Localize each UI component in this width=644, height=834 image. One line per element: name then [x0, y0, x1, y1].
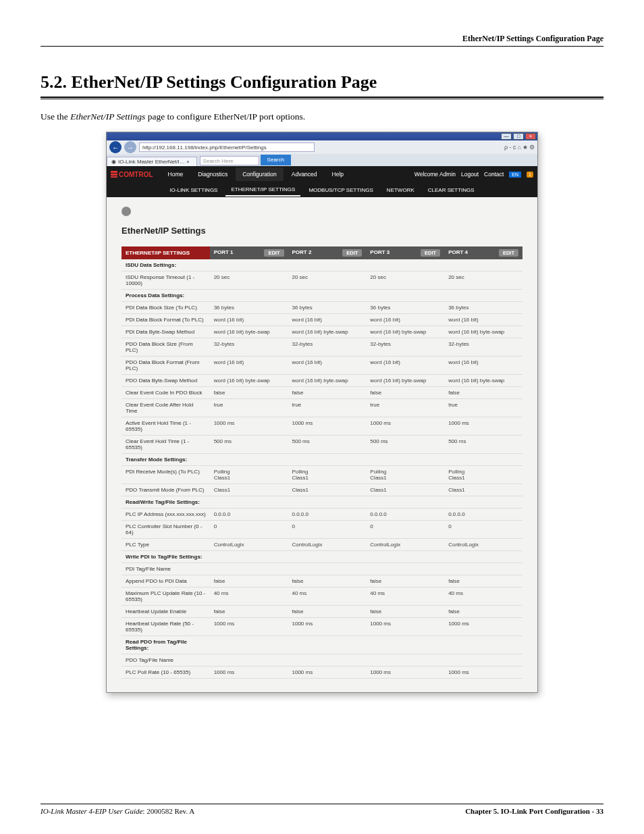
- empty-cell: [288, 636, 367, 654]
- nav-item-configuration[interactable]: Configuration: [236, 167, 284, 181]
- value-cell: [288, 654, 367, 667]
- port-4-edit-button[interactable]: EDIT: [499, 249, 518, 257]
- value-cell: false: [444, 575, 522, 588]
- contact-link[interactable]: Contact: [484, 171, 504, 178]
- addr-icons: ρ - c ⌂ ★ ⚙: [504, 144, 535, 151]
- value-cell: word (16 bit): [366, 314, 444, 326]
- value-cell: false: [288, 606, 367, 618]
- tab-favicon: ◉: [111, 159, 116, 165]
- value-cell: false: [210, 575, 288, 588]
- table-row: PLC TypeControlLogixControlLogixControlL…: [122, 539, 522, 551]
- value-cell: Class1: [288, 484, 367, 496]
- nav-item-help[interactable]: Help: [325, 167, 350, 181]
- value-cell: 1000 ms: [210, 667, 288, 679]
- star-icon[interactable]: ★: [522, 144, 528, 151]
- subnav-item[interactable]: MODBUS/TCP SETTINGS: [303, 184, 378, 196]
- value-cell: false: [444, 606, 522, 618]
- value-cell: 500 ms: [288, 436, 367, 454]
- row-label: Clear Event Hold Time (1 - 65535): [122, 436, 210, 454]
- table-corner-header: ETHERNET/IP SETTINGS: [122, 246, 210, 259]
- search-button[interactable]: Search: [261, 155, 291, 165]
- empty-cell: [444, 290, 522, 302]
- value-cell: Polling Class1: [444, 466, 522, 484]
- nav-forward-button[interactable]: →: [124, 141, 136, 153]
- value-cell: [210, 654, 288, 667]
- row-label: PLC Poll Rate (10 - 65535): [122, 667, 210, 679]
- row-label: ISDU Response Timeout (1 - 10000): [122, 271, 210, 290]
- value-cell: 40 ms: [366, 588, 444, 606]
- table-row: PDI Tag/File Name: [122, 563, 522, 575]
- window-close-button[interactable]: ×: [525, 133, 536, 140]
- port-2-edit-button[interactable]: EDIT: [342, 249, 362, 257]
- empty-cell: [366, 636, 444, 654]
- value-cell: Class1: [366, 484, 444, 496]
- row-label: Active Event Hold Time (1 - 65535): [122, 417, 210, 436]
- value-cell: word (16 bit): [288, 314, 367, 326]
- section-title: 5.2. EtherNet/IP Settings Configuration …: [41, 72, 603, 93]
- table-row: PDO Tag/File Name: [122, 654, 522, 667]
- tab-label: IO-Link Master EtherNet/I… ×: [118, 159, 190, 165]
- value-cell: 1000 ms: [210, 417, 288, 436]
- window-titlebar: — □ ×: [107, 132, 537, 140]
- nav-back-button[interactable]: ←: [109, 141, 122, 153]
- table-row: PDI Data Byte-Swap Methodword (16 bit) b…: [122, 326, 522, 338]
- table-row: Clear Event Code In PDO Blockfalsefalsef…: [122, 387, 522, 399]
- nav-item-home[interactable]: Home: [161, 167, 190, 181]
- brand-text: COMTROL: [119, 171, 153, 178]
- footer-right: Chapter 5. IO-Link Port Configuration - …: [465, 807, 603, 815]
- port-3-edit-button[interactable]: EDIT: [421, 249, 440, 257]
- table-row: Maximum PLC Update Rate (10 - 65535)40 m…: [122, 588, 522, 606]
- gear-icon[interactable]: ⚙: [529, 144, 535, 151]
- empty-cell: [210, 496, 288, 509]
- search-input[interactable]: Search Here: [200, 156, 259, 165]
- value-cell: 36 bytes: [444, 302, 522, 314]
- row-label: Heartbeat Update Rate (50 - 65535): [122, 618, 210, 636]
- empty-cell: [366, 496, 444, 509]
- value-cell: word (16 bit): [444, 357, 522, 375]
- subnav-item[interactable]: NETWORK: [381, 184, 420, 196]
- value-cell: word (16 bit) byte-swap: [444, 326, 522, 338]
- port-1-label: PORT 1: [214, 249, 234, 255]
- value-cell: 32-bytes: [366, 338, 444, 357]
- home-icon[interactable]: ⌂: [518, 144, 521, 151]
- table-row: Read PDO from Tag/File Settings:: [122, 636, 522, 654]
- page-body: COMTROL HomeDiagnosticsConfigurationAdva…: [107, 166, 537, 692]
- value-cell: 36 bytes: [210, 302, 288, 314]
- nav-item-diagnostics[interactable]: Diagnostics: [191, 167, 234, 181]
- port-1-edit-button[interactable]: EDIT: [264, 249, 284, 257]
- subnav-item[interactable]: ETHERNET/IP SETTINGS: [225, 184, 300, 197]
- table-row: Read/Write Tag/File Settings:: [122, 496, 522, 509]
- port-header-2: PORT 2EDIT: [288, 246, 367, 259]
- value-cell: word (16 bit): [210, 314, 288, 326]
- empty-cell: [210, 454, 288, 466]
- subnav-item[interactable]: IO-LINK SETTINGS: [164, 184, 223, 196]
- browser-tab[interactable]: ◉ IO-Link Master EtherNet/I… ×: [107, 157, 197, 166]
- window-maximize-button[interactable]: □: [513, 133, 524, 140]
- value-cell: 0: [288, 521, 367, 539]
- logout-link[interactable]: Logout: [461, 171, 479, 178]
- subnav-item[interactable]: CLEAR SETTINGS: [423, 184, 480, 196]
- empty-cell: [210, 259, 288, 271]
- table-row: Heartbeat Update Rate (50 - 65535)1000 m…: [122, 618, 522, 636]
- table-row: ISDU Response Timeout (1 - 10000)20 sec2…: [122, 271, 522, 290]
- table-row: PLC Poll Rate (10 - 65535)1000 ms1000 ms…: [122, 667, 522, 679]
- value-cell: false: [210, 606, 288, 618]
- welcome-text: Welcome Admin: [414, 171, 456, 178]
- alert-badge[interactable]: 1: [527, 172, 533, 178]
- value-cell: 1000 ms: [366, 667, 444, 679]
- empty-cell: [444, 551, 522, 563]
- url-field[interactable]: http://192.168.11.198/index.php/Ethernet…: [139, 142, 315, 152]
- nav-item-advanced[interactable]: Advanced: [285, 167, 324, 181]
- value-cell: Polling Class1: [288, 466, 367, 484]
- value-cell: 20 sec: [366, 271, 444, 290]
- row-label: PDO Data Block Size (From PLC): [122, 338, 210, 357]
- lang-badge[interactable]: EN: [509, 172, 521, 178]
- table-row: PDI Data Block Size (To PLC)36 bytes36 b…: [122, 302, 522, 314]
- footer-left: IO-Link Master 4-EIP User Guide: 2000582…: [41, 807, 194, 815]
- empty-cell: [444, 259, 522, 271]
- window-minimize-button[interactable]: —: [501, 133, 512, 140]
- empty-cell: [288, 496, 367, 509]
- value-cell: 1000 ms: [288, 417, 367, 436]
- value-cell: 0: [444, 521, 522, 539]
- value-cell: [444, 654, 522, 667]
